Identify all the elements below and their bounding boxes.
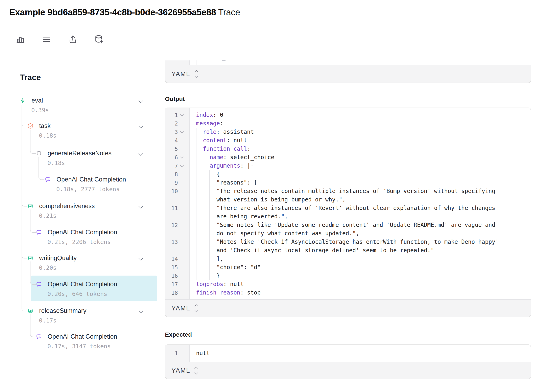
code-line: logprobs: null: [196, 280, 499, 289]
chevron-down-icon[interactable]: [139, 257, 142, 261]
format-select[interactable]: YAML: [165, 299, 531, 317]
square-icon: [36, 150, 42, 156]
chevron-down-icon[interactable]: [139, 99, 142, 103]
format-select[interactable]: YAML: [165, 65, 531, 83]
chat-bubble-icon: [45, 176, 51, 182]
node-duration: 0.21s, 2206 tokens: [47, 239, 111, 245]
chat-bubble-icon: [36, 229, 42, 235]
tree-connector-elbow: [30, 229, 36, 233]
selected-node-highlight: [31, 276, 157, 301]
code-line: and 'Check if async local storage define…: [196, 246, 499, 255]
trace-node-generatereleasenotes[interactable]: generateReleaseNotes: [36, 150, 111, 157]
trace-node-writingquality[interactable]: writingQuality: [27, 254, 77, 262]
indent-guide: [203, 60, 203, 65]
output-section-heading: Output: [165, 96, 531, 102]
node-label: writingQuality: [39, 254, 77, 262]
node-label: task: [39, 122, 51, 130]
code-line: finish_reason: stop: [196, 289, 499, 297]
chat-bubble-icon: [36, 281, 42, 287]
trace-node-openai-chat-completion[interactable]: OpenAI Chat Completion: [36, 281, 117, 288]
code-line: }: [196, 271, 499, 280]
node-duration: 0.18s: [47, 160, 65, 166]
code-line: content: null: [196, 136, 499, 145]
chevron-down-icon[interactable]: [139, 205, 142, 209]
trace-node-openai-chat-completion[interactable]: OpenAI Chat Completion: [36, 229, 117, 236]
tree-connector-elbow: [22, 202, 27, 206]
node-duration: 0.20s, 646 tokens: [47, 290, 107, 297]
output-code-block: 123456789101112131415161718 index: 0mess…: [165, 108, 531, 317]
expected-section-heading: Expected: [165, 331, 531, 338]
trace-node-openai-chat-completion[interactable]: OpenAI Chat Completion: [45, 176, 126, 183]
zap-icon: [20, 97, 26, 103]
indent-guide: [196, 60, 197, 65]
code-lines: index: 0message: role: assistant content…: [165, 108, 499, 297]
tree-connector-line: [30, 314, 31, 333]
tree-connector-elbow: [22, 254, 27, 259]
format-select-value: YAML: [171, 305, 190, 312]
tree-connector-line: [30, 210, 31, 229]
code-line: {: [196, 170, 499, 178]
clipped-code-block: [165, 60, 531, 65]
code-line: what version is being bumped or why.",: [196, 195, 499, 204]
node-duration: 0.18s, 2777 tokens: [56, 186, 120, 193]
chevron-up-down-icon: [195, 305, 198, 312]
code-line: "The release notes contain multiple inst…: [196, 187, 499, 195]
code-line: function_call:: [196, 145, 499, 153]
format-select-value: YAML: [171, 367, 190, 374]
node-label: OpenAI Chat Completion: [48, 229, 117, 236]
chevron-down-icon[interactable]: [139, 309, 142, 314]
check-circle-icon: [27, 123, 33, 129]
node-duration: 0.20s: [39, 264, 56, 271]
expected-code-block: 1 null YAML: [165, 344, 531, 379]
trace-node-releasesummary[interactable]: releaseSummary: [27, 307, 86, 314]
code-line: "Notes like 'Check if AsyncLocalStorage …: [196, 238, 499, 246]
trace-tree: eval0.39stask0.18sgenerateReleaseNotes0.…: [0, 0, 165, 392]
tree-connector-line: [30, 130, 31, 150]
bar-chart-icon: [27, 308, 33, 314]
line-number: 1: [165, 350, 178, 356]
chevron-down-icon[interactable]: [139, 125, 142, 128]
tree-connector-line: [30, 261, 31, 281]
code-line: are being reverted.",: [196, 212, 499, 221]
bar-chart-icon: [27, 203, 33, 209]
page-title-suffix: Trace: [216, 7, 240, 17]
tree-connector-elbow: [30, 150, 36, 154]
clipped-gutter: [165, 60, 190, 65]
node-label: comprehensiveness: [39, 202, 95, 210]
chevron-down-icon[interactable]: [139, 152, 142, 156]
tree-connector-elbow: [38, 176, 44, 180]
code-line: index: 0: [196, 111, 499, 119]
node-label: generateReleaseNotes: [48, 150, 111, 157]
line-number-gutter: 1: [165, 345, 190, 362]
code-line: name: select_choice: [196, 153, 499, 162]
node-duration: 0.17s, 3147 tokens: [47, 343, 111, 350]
node-duration: 0.17s: [39, 317, 56, 324]
code-line: "Some notes like 'Update some readme con…: [196, 221, 499, 229]
chevron-up-down-icon: [195, 71, 198, 77]
code-line: "reasons": [: [196, 178, 499, 187]
bar-chart-icon: [27, 255, 33, 261]
node-duration: 0.39s: [31, 107, 49, 114]
trace-node-comprehensiveness[interactable]: comprehensiveness: [27, 202, 95, 210]
tree-connector-line: [22, 105, 22, 307]
node-duration: 0.21s: [39, 212, 56, 219]
trace-node-task[interactable]: task: [27, 122, 51, 130]
code-line: message:: [196, 119, 499, 128]
chevron-up-down-icon: [195, 367, 198, 374]
tree-connector-elbow: [30, 333, 36, 337]
code-line: ],: [196, 255, 499, 263]
node-label: OpenAI Chat Completion: [48, 333, 117, 340]
code-line: "choice": "d": [196, 263, 499, 271]
trace-node-eval[interactable]: eval: [20, 97, 43, 104]
trace-node-openai-chat-completion[interactable]: OpenAI Chat Completion: [36, 333, 117, 340]
format-select-value: YAML: [171, 70, 190, 78]
node-label: OpenAI Chat Completion: [56, 176, 126, 183]
node-label: OpenAI Chat Completion: [48, 281, 117, 288]
chat-bubble-icon: [36, 334, 42, 340]
format-select[interactable]: YAML: [165, 362, 531, 379]
tree-connector-elbow: [22, 307, 27, 311]
code-line: do not specify what content was updated.…: [196, 229, 499, 238]
node-label: releaseSummary: [39, 307, 86, 314]
clipped-text-fragment: [222, 60, 225, 61]
node-label: eval: [31, 97, 43, 104]
